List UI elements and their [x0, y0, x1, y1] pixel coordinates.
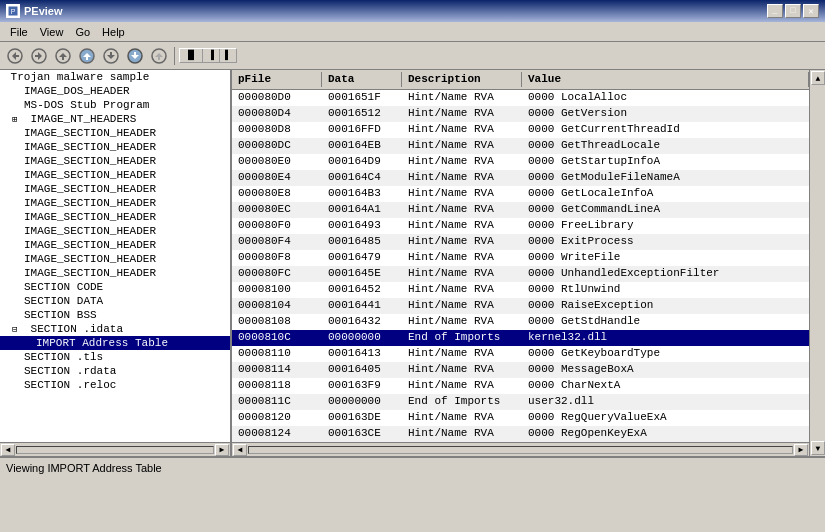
table-cell-description: Hint/Name RVA — [402, 106, 522, 122]
status-bar: Viewing IMPORT Address Table — [0, 456, 825, 478]
tree-item-msdos-stub[interactable]: MS-DOS Stub Program — [0, 98, 230, 112]
table-cell-value: 0000 RaiseException — [522, 298, 809, 314]
table-cell-data: 0001645E — [322, 266, 402, 282]
action-button[interactable] — [148, 46, 170, 66]
table-cell-value: 0000 GetKeyboardType — [522, 346, 809, 362]
refresh-button[interactable] — [124, 46, 146, 66]
forward-button[interactable] — [28, 46, 50, 66]
view-left-button[interactable]: ▐ — [203, 49, 220, 62]
close-button[interactable]: ✕ — [803, 4, 819, 18]
table-cell-pFile: 00008118 — [232, 378, 322, 394]
tree-item-section-tls[interactable]: SECTION .tls — [0, 350, 230, 364]
header-description: Description — [402, 72, 522, 87]
tree-item-import-address-table[interactable]: IMPORT Address Table — [0, 336, 230, 350]
tree-item-dos-header[interactable]: IMAGE_DOS_HEADER — [0, 84, 230, 98]
tree-item-section-header-7[interactable]: IMAGE_SECTION_HEADER — [0, 210, 230, 224]
table-cell-description: Hint/Name RVA — [402, 234, 522, 250]
up-button[interactable] — [52, 46, 74, 66]
tree-item-section-bss[interactable]: SECTION BSS — [0, 308, 230, 322]
table-cell-value: 0000 WriteFile — [522, 250, 809, 266]
toolbar: ▐▌ ▐ ▌ — [0, 42, 825, 70]
tree-item-section-data[interactable]: SECTION DATA — [0, 294, 230, 308]
tree-item-section-header-10[interactable]: IMAGE_SECTION_HEADER — [0, 252, 230, 266]
table-cell-description: Hint/Name RVA — [402, 314, 522, 330]
table-cell-value: user32.dll — [522, 394, 809, 410]
table-row[interactable]: 000080D00001651FHint/Name RVA0000 LocalA… — [232, 90, 809, 106]
tree-item-section-header-6[interactable]: IMAGE_SECTION_HEADER — [0, 196, 230, 210]
table-cell-description: Hint/Name RVA — [402, 346, 522, 362]
view-right-button[interactable]: ▌ — [220, 49, 236, 62]
header-data: Data — [322, 72, 402, 87]
tree-item-root[interactable]: ⊟ Trojan malware sample — [0, 70, 230, 84]
tree-item-section-header-5[interactable]: IMAGE_SECTION_HEADER — [0, 182, 230, 196]
table-cell-data: 00016441 — [322, 298, 402, 314]
table-cell-value: 0000 GetCommandLineA — [522, 202, 809, 218]
table-row[interactable]: 000080F400016485Hint/Name RVA0000 ExitPr… — [232, 234, 809, 250]
table-row[interactable]: 0000811000016413Hint/Name RVA0000 GetKey… — [232, 346, 809, 362]
right-vscrollbar[interactable]: ▲ ▼ — [809, 70, 825, 456]
menu-file[interactable]: File — [4, 25, 34, 39]
maximize-button[interactable]: □ — [785, 4, 801, 18]
table-cell-value: 0000 FreeLibrary — [522, 218, 809, 234]
left-hscrollbar[interactable]: ◀ ▶ — [0, 442, 230, 456]
table-row[interactable]: 000080E0000164D9Hint/Name RVA0000 GetSta… — [232, 154, 809, 170]
table-cell-description: Hint/Name RVA — [402, 250, 522, 266]
menu-go[interactable]: Go — [69, 25, 96, 39]
table-row[interactable]: 0000811C00000000End of Importsuser32.dll — [232, 394, 809, 410]
tree-item-section-header-9[interactable]: IMAGE_SECTION_HEADER — [0, 238, 230, 252]
menu-help[interactable]: Help — [96, 25, 131, 39]
minimize-button[interactable]: _ — [767, 4, 783, 18]
table-row[interactable]: 000080F800016479Hint/Name RVA0000 WriteF… — [232, 250, 809, 266]
home-button[interactable] — [76, 46, 98, 66]
tree-item-section-rdata[interactable]: SECTION .rdata — [0, 364, 230, 378]
table-row[interactable]: 0000810800016432Hint/Name RVA0000 GetStd… — [232, 314, 809, 330]
table-cell-value: kernel32.dll — [522, 330, 809, 346]
table-cell-pFile: 00008100 — [232, 282, 322, 298]
expand-nt-icon[interactable]: ⊞ — [12, 114, 22, 125]
tree-item-section-code[interactable]: SECTION CODE — [0, 280, 230, 294]
table-row[interactable]: 000080DC000164EBHint/Name RVA0000 GetThr… — [232, 138, 809, 154]
tree-item-nt-headers[interactable]: ⊞ IMAGE_NT_HEADERS — [0, 112, 230, 126]
table-cell-data: 00000000 — [322, 330, 402, 346]
view-both-button[interactable]: ▐▌ — [180, 49, 203, 62]
table-cell-value: 0000 GetVersion — [522, 106, 809, 122]
expand-idata-icon[interactable]: ⊟ — [12, 324, 22, 335]
table-cell-description: Hint/Name RVA — [402, 282, 522, 298]
table-cell-pFile: 00008104 — [232, 298, 322, 314]
menu-view[interactable]: View — [34, 25, 70, 39]
expand-icon[interactable]: ⊟ — [0, 72, 2, 83]
table-cell-data: 000163F9 — [322, 378, 402, 394]
table-body: 000080D00001651FHint/Name RVA0000 LocalA… — [232, 90, 809, 442]
table-row[interactable]: 000080D800016FFDHint/Name RVA0000 GetCur… — [232, 122, 809, 138]
table-cell-data: 000164A1 — [322, 202, 402, 218]
table-row[interactable]: 0000811400016405Hint/Name RVA0000 Messag… — [232, 362, 809, 378]
tree-item-section-idata[interactable]: ⊟ SECTION .idata — [0, 322, 230, 336]
tree-item-section-header-2[interactable]: IMAGE_SECTION_HEADER — [0, 140, 230, 154]
tree-item-section-header-11[interactable]: IMAGE_SECTION_HEADER — [0, 266, 230, 280]
table-row[interactable]: 000080E8000164B3Hint/Name RVA0000 GetLoc… — [232, 186, 809, 202]
table-cell-description: Hint/Name RVA — [402, 202, 522, 218]
back-button[interactable] — [4, 46, 26, 66]
table-row[interactable]: 000080EC000164A1Hint/Name RVA0000 GetCom… — [232, 202, 809, 218]
table-row[interactable]: 000080F000016493Hint/Name RVA0000 FreeLi… — [232, 218, 809, 234]
table-row[interactable]: 00008118000163F9Hint/Name RVA0000 CharNe… — [232, 378, 809, 394]
table-row[interactable]: 0000810400016441Hint/Name RVA0000 RaiseE… — [232, 298, 809, 314]
table-row[interactable]: 0000810000016452Hint/Name RVA0000 RtlUnw… — [232, 282, 809, 298]
table-row[interactable]: 000080FC0001645EHint/Name RVA0000 Unhand… — [232, 266, 809, 282]
tree-item-section-header-8[interactable]: IMAGE_SECTION_HEADER — [0, 224, 230, 238]
table-row[interactable]: 000080E4000164C4Hint/Name RVA0000 GetMod… — [232, 170, 809, 186]
tree-item-section-header-3[interactable]: IMAGE_SECTION_HEADER — [0, 154, 230, 168]
table-row[interactable]: 0000810C00000000End of Importskernel32.d… — [232, 330, 809, 346]
table-cell-data: 000164B3 — [322, 186, 402, 202]
table-row[interactable]: 00008124000163CEHint/Name RVA0000 RegOpe… — [232, 426, 809, 442]
tree-item-section-header-1[interactable]: IMAGE_SECTION_HEADER — [0, 126, 230, 140]
tree-item-section-reloc[interactable]: SECTION .reloc — [0, 378, 230, 392]
down-button[interactable] — [100, 46, 122, 66]
table-row[interactable]: 000080D400016512Hint/Name RVA0000 GetVer… — [232, 106, 809, 122]
right-hscrollbar[interactable]: ◀ ▶ — [232, 442, 809, 456]
tree-item-section-header-4[interactable]: IMAGE_SECTION_HEADER — [0, 168, 230, 182]
table-row[interactable]: 00008120000163DEHint/Name RVA0000 RegQue… — [232, 410, 809, 426]
table-cell-pFile: 000080E4 — [232, 170, 322, 186]
table-cell-pFile: 000080DC — [232, 138, 322, 154]
table-cell-data: 00016452 — [322, 282, 402, 298]
